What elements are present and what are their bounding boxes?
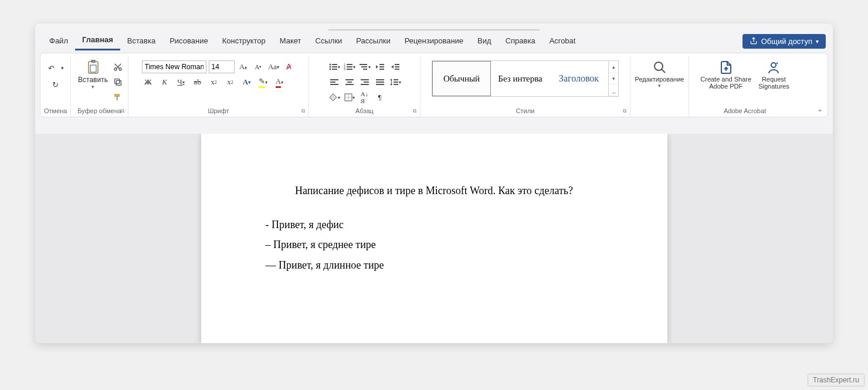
- bold-button[interactable]: Ж: [142, 76, 155, 89]
- svg-rect-34: [361, 79, 369, 80]
- sort-button[interactable]: A↓Я: [358, 91, 371, 104]
- superscript-button[interactable]: x2: [224, 76, 237, 89]
- style-heading1[interactable]: Заголовок: [550, 61, 608, 96]
- chevron-down-icon: ▾: [816, 38, 819, 45]
- show-marks-button[interactable]: ¶: [374, 91, 386, 104]
- tab-draw[interactable]: Рисование: [162, 33, 215, 50]
- editing-label: Редактирование: [635, 76, 684, 83]
- svg-rect-8: [332, 64, 337, 65]
- paste-button[interactable]: Вставить ▾: [74, 58, 111, 91]
- chevron-down-icon: ▾: [91, 84, 94, 90]
- svg-rect-1: [91, 60, 96, 63]
- change-case-button[interactable]: Aa▾: [267, 60, 280, 73]
- group-label-undo: Отмена: [44, 106, 67, 116]
- cut-button[interactable]: [111, 60, 124, 73]
- styles-launcher[interactable]: ⧉: [623, 108, 626, 114]
- tab-help[interactable]: Справка: [499, 33, 542, 50]
- style-nospacing[interactable]: Без интерва: [491, 61, 550, 96]
- svg-rect-5: [116, 80, 121, 85]
- tab-references[interactable]: Ссылки: [308, 33, 350, 50]
- grow-font-button[interactable]: A▴: [237, 60, 250, 73]
- highlight-button[interactable]: ✎▾: [257, 76, 270, 89]
- group-editing: Редактирование ▾: [630, 56, 689, 117]
- copy-button[interactable]: [111, 76, 124, 89]
- ribbon-collapse-button[interactable]: ⌄: [817, 105, 823, 113]
- svg-rect-37: [376, 79, 384, 80]
- align-left-button[interactable]: [328, 76, 341, 89]
- font-color-button[interactable]: A▾: [273, 76, 286, 89]
- multilevel-button[interactable]: ▾: [358, 60, 371, 73]
- tab-design[interactable]: Конструктор: [215, 33, 273, 50]
- tab-mailings[interactable]: Рассылки: [349, 33, 397, 50]
- svg-text:3: 3: [344, 67, 345, 71]
- styles-more[interactable]: ⎯: [609, 84, 618, 96]
- svg-rect-30: [330, 84, 338, 85]
- group-font: A▴ A▾ Aa▾ A̷ Ж К Ч▾ ab x2 x2 A▾ ✎▾ A▾ Шр: [128, 56, 309, 117]
- pdf-icon: [718, 59, 734, 76]
- group-label-paragraph: Абзац⧉: [313, 106, 416, 116]
- text-effects-button[interactable]: A▾: [240, 76, 253, 89]
- tab-layout[interactable]: Макет: [273, 33, 308, 50]
- group-styles: Обычный Без интерва Заголовок ▴ ▾ ⎯ Стил…: [421, 56, 630, 117]
- request-signatures-button[interactable]: RequestSignatures: [755, 58, 793, 91]
- undo-dropdown[interactable]: ▾: [59, 62, 66, 74]
- svg-rect-10: [332, 66, 337, 67]
- bullets-button[interactable]: ▾: [328, 60, 341, 73]
- align-center-button[interactable]: [343, 76, 356, 89]
- group-clipboard: Вставить ▾ Буфер обмена⧉: [71, 56, 128, 117]
- line-spacing-button[interactable]: ▾: [389, 76, 402, 89]
- tab-home[interactable]: Главная: [75, 32, 120, 50]
- group-label-editing: [634, 106, 685, 116]
- svg-rect-14: [347, 64, 352, 65]
- italic-button[interactable]: К: [158, 76, 171, 89]
- font-name-select[interactable]: [142, 60, 206, 73]
- numbering-button[interactable]: 123▾: [343, 60, 356, 73]
- group-acrobat: Create and ShareAdobe PDF RequestSignatu…: [689, 56, 801, 117]
- ribbon: ↶ ▾ ↻ Отмена Вставить ▾: [40, 53, 828, 117]
- style-normal[interactable]: Обычный: [432, 61, 491, 96]
- watermark: TrashExpert.ru: [808, 374, 864, 386]
- svg-point-11: [329, 69, 331, 70]
- tab-review[interactable]: Рецензирование: [398, 33, 470, 50]
- tab-insert[interactable]: Вставка: [120, 33, 162, 50]
- svg-rect-21: [363, 69, 367, 70]
- document-page[interactable]: Написание дефисов и тире в Microsoft Wor…: [201, 134, 667, 343]
- tab-view[interactable]: Вид: [470, 33, 499, 50]
- svg-rect-38: [376, 82, 384, 83]
- tab-acrobat[interactable]: Acrobat: [542, 33, 583, 50]
- font-launcher[interactable]: ⧉: [301, 108, 305, 114]
- styles-up[interactable]: ▴: [609, 61, 618, 73]
- svg-rect-32: [347, 82, 352, 83]
- share-button[interactable]: Общий доступ ▾: [742, 34, 826, 49]
- justify-button[interactable]: [374, 76, 386, 89]
- styles-down[interactable]: ▾: [609, 73, 618, 84]
- svg-rect-28: [330, 79, 338, 80]
- svg-rect-18: [347, 69, 352, 70]
- strikethrough-button[interactable]: ab: [191, 76, 204, 89]
- editing-button[interactable]: Редактирование ▾: [632, 58, 688, 90]
- paragraph-launcher[interactable]: ⧉: [413, 108, 416, 114]
- svg-rect-29: [330, 82, 335, 83]
- undo-button[interactable]: ↶: [45, 62, 58, 74]
- decrease-indent-button[interactable]: [374, 60, 386, 73]
- redo-button[interactable]: ↻: [49, 78, 62, 91]
- format-painter-button[interactable]: [111, 91, 124, 104]
- underline-button[interactable]: Ч▾: [175, 76, 188, 89]
- share-icon: [750, 37, 758, 45]
- tab-file[interactable]: Файл: [42, 33, 75, 50]
- font-size-select[interactable]: [209, 60, 235, 73]
- svg-rect-22: [379, 64, 384, 65]
- borders-button[interactable]: ▾: [343, 91, 356, 104]
- shading-button[interactable]: ▾: [328, 91, 341, 104]
- subscript-button[interactable]: x2: [208, 76, 221, 89]
- svg-point-9: [329, 66, 331, 68]
- clear-formatting-button[interactable]: A̷: [283, 60, 296, 73]
- increase-indent-button[interactable]: [389, 60, 402, 73]
- share-label: Общий доступ: [761, 37, 812, 46]
- align-right-button[interactable]: [358, 76, 371, 89]
- create-pdf-button[interactable]: Create and ShareAdobe PDF: [697, 58, 755, 91]
- group-label-acrobat: Adobe Acrobat: [693, 106, 797, 116]
- shrink-font-button[interactable]: A▾: [252, 60, 265, 73]
- svg-rect-16: [347, 66, 352, 67]
- clipboard-launcher[interactable]: ⧉: [121, 108, 124, 114]
